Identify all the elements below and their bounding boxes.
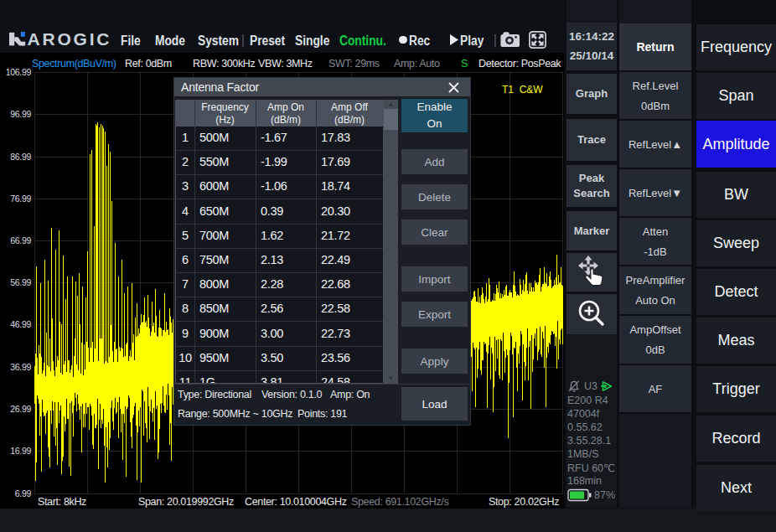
svg-text:U3: U3 bbox=[584, 380, 598, 392]
svg-text:AROGIC: AROGIC bbox=[28, 30, 112, 47]
